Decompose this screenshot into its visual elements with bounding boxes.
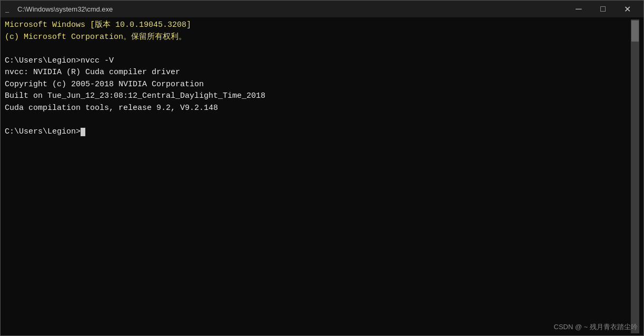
svg-text:_: _: [5, 6, 9, 13]
scrollbar-thumb[interactable]: [631, 21, 639, 42]
cmd-icon: _: [5, 5, 13, 13]
cursor: [81, 128, 85, 136]
line-1: Microsoft Windows [版本 10.0.19045.3208]: [5, 19, 631, 32]
cmd-window: _ C:\Windows\system32\cmd.exe ─ □ ✕ Micr…: [0, 0, 644, 336]
line-2: (c) Microsoft Corporation。保留所有权利。: [5, 32, 631, 44]
window-title: C:\Windows\system32\cmd.exe: [17, 5, 567, 13]
minimize-button[interactable]: ─: [567, 1, 591, 17]
line-7: Built on Tue_Jun_12_23:08:12_Central_Day…: [5, 90, 631, 103]
line-8: Cuda compilation tools, release 9.2, V9.…: [5, 103, 631, 115]
line-3: [5, 43, 631, 55]
scrollbar[interactable]: [631, 19, 639, 333]
title-bar: _ C:\Windows\system32\cmd.exe ─ □ ✕: [1, 1, 643, 17]
console-area: Microsoft Windows [版本 10.0.19045.3208] (…: [1, 17, 643, 335]
line-5: nvcc: NVIDIA (R) Cuda compiler driver: [5, 67, 631, 79]
window-controls: ─ □ ✕: [567, 1, 639, 17]
maximize-button[interactable]: □: [591, 1, 615, 17]
line-6: Copyright (c) 2005-2018 NVIDIA Corporati…: [5, 79, 631, 91]
line-9: [5, 114, 631, 126]
watermark: CSDN @ ~ 残月青衣踏尘吟: [554, 322, 638, 332]
close-button[interactable]: ✕: [615, 1, 639, 17]
console-content[interactable]: Microsoft Windows [版本 10.0.19045.3208] (…: [5, 19, 631, 333]
line-10: C:\Users\Legion>: [5, 126, 631, 138]
line-4: C:\Users\Legion>nvcc -V: [5, 55, 631, 67]
